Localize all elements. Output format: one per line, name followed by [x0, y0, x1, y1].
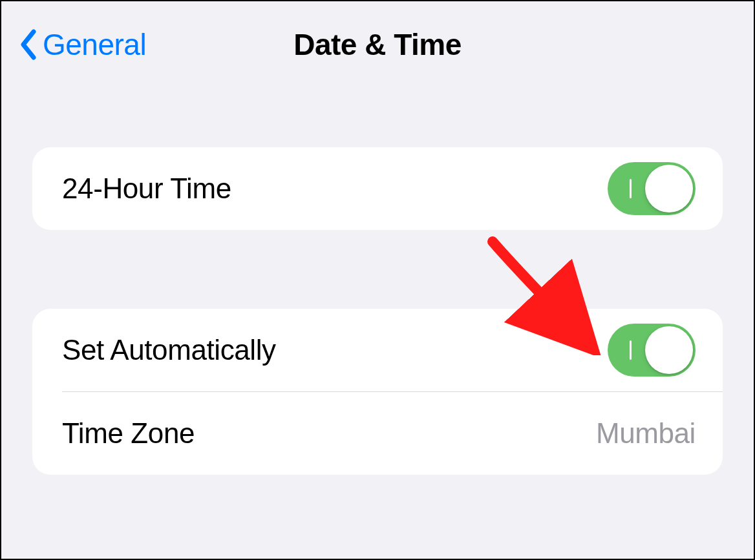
- time-zone-value: Mumbai: [596, 417, 696, 450]
- nav-bar: General Date & Time: [1, 1, 754, 72]
- settings-group-1: 24-Hour Time: [32, 147, 723, 230]
- row-time-zone[interactable]: Time Zone Mumbai: [32, 392, 723, 475]
- toggle-knob-icon: [645, 326, 693, 374]
- row-label: Set Automatically: [62, 334, 276, 366]
- back-label: General: [43, 27, 146, 62]
- toggle-on-indicator-icon: [630, 179, 632, 198]
- set-automatically-toggle[interactable]: [608, 324, 696, 377]
- 24-hour-time-toggle[interactable]: [608, 162, 696, 215]
- back-button[interactable]: General: [19, 27, 146, 62]
- row-label: 24-Hour Time: [62, 172, 231, 205]
- settings-group-2: Set Automatically Time Zone Mumbai: [32, 309, 723, 475]
- chevron-left-icon: [19, 29, 37, 60]
- row-label: Time Zone: [62, 417, 195, 450]
- row-24-hour-time[interactable]: 24-Hour Time: [32, 147, 723, 230]
- toggle-on-indicator-icon: [630, 340, 632, 360]
- toggle-knob-icon: [645, 165, 693, 213]
- row-set-automatically[interactable]: Set Automatically: [32, 309, 723, 391]
